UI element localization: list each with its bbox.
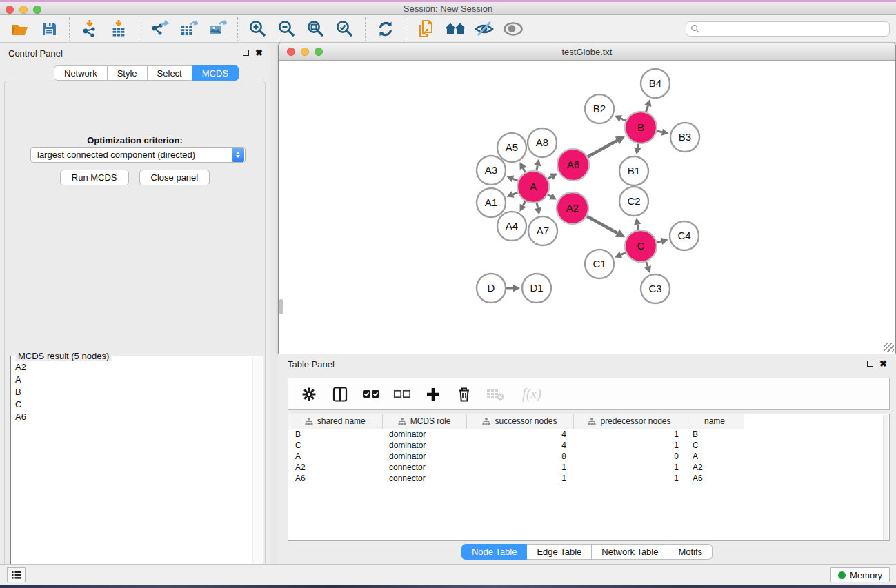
- column-header-successor-nodes[interactable]: successor nodes: [466, 414, 573, 429]
- edge-A-A2[interactable]: [548, 194, 550, 196]
- cell-successor-nodes[interactable]: 4: [466, 429, 573, 440]
- graph-node-B2[interactable]: B2: [585, 94, 614, 123]
- zoom-in-icon[interactable]: [248, 19, 268, 39]
- graph-node-A[interactable]: A: [517, 171, 549, 203]
- tab-select[interactable]: Select: [148, 65, 192, 81]
- graph-node-B3[interactable]: B3: [670, 123, 699, 152]
- node-table-grid[interactable]: shared nameMCDS rolesuccessor nodesprede…: [288, 414, 889, 484]
- select-all-icon[interactable]: [361, 385, 381, 404]
- graph-node-C2[interactable]: C2: [619, 187, 648, 216]
- graph-node-A6[interactable]: A6: [557, 149, 589, 181]
- column-header-MCDS-role[interactable]: MCDS role: [382, 414, 466, 429]
- network-canvas[interactable]: B4B2BB3A8A5A6A3B1AA1C2A2A4A7C4CC1C3DD1: [279, 61, 895, 354]
- graph-node-B4[interactable]: B4: [641, 69, 670, 98]
- cell-predecessor-nodes[interactable]: 1: [573, 429, 686, 440]
- criterion-dropdown[interactable]: largest connected component (directed): [30, 147, 246, 163]
- cell-predecessor-nodes[interactable]: 1: [573, 462, 686, 473]
- cell-MCDS-role[interactable]: connector: [382, 462, 466, 473]
- edge-C-C1[interactable]: [621, 253, 626, 255]
- result-item[interactable]: A6: [11, 410, 252, 423]
- search-input[interactable]: [700, 23, 889, 35]
- cell-name[interactable]: A6: [686, 473, 744, 484]
- edge-A-A4[interactable]: [523, 201, 525, 205]
- cell-name[interactable]: A2: [686, 462, 744, 473]
- graph-node-C[interactable]: C: [625, 230, 657, 262]
- table-row[interactable]: Cdominator41C: [288, 440, 889, 451]
- memory-button[interactable]: Memory: [830, 567, 890, 582]
- clone-network-icon[interactable]: [416, 19, 437, 39]
- graph-node-D[interactable]: D: [477, 274, 506, 303]
- result-item[interactable]: C: [11, 398, 252, 410]
- cell-shared-name[interactable]: C: [288, 440, 382, 451]
- delete-column-icon[interactable]: [455, 385, 474, 404]
- cell-successor-nodes[interactable]: 4: [466, 440, 573, 451]
- graph-node-B1[interactable]: B1: [619, 156, 648, 185]
- graph-node-C1[interactable]: C1: [585, 250, 614, 278]
- column-chooser-icon[interactable]: [330, 385, 350, 404]
- cell-name[interactable]: A: [686, 451, 744, 462]
- column-header-predecessor-nodes[interactable]: predecessor nodes: [573, 414, 686, 429]
- cell-MCDS-role[interactable]: connector: [382, 473, 466, 484]
- task-history-button[interactable]: [7, 567, 26, 582]
- tab-network-table[interactable]: Network Table: [592, 544, 668, 560]
- graph-node-A4[interactable]: A4: [497, 212, 526, 241]
- graph-node-A3[interactable]: A3: [477, 156, 506, 185]
- add-column-icon[interactable]: [424, 385, 443, 404]
- cell-shared-name[interactable]: A2: [288, 462, 382, 473]
- cell-predecessor-nodes[interactable]: 0: [573, 451, 686, 462]
- open-session-icon[interactable]: [10, 19, 30, 39]
- edge-C-C2[interactable]: [637, 225, 638, 230]
- network-resize-grip[interactable]: [884, 343, 894, 352]
- graph-node-C4[interactable]: C4: [670, 221, 699, 250]
- export-table-icon[interactable]: [178, 19, 199, 39]
- tab-motifs[interactable]: Motifs: [668, 544, 713, 560]
- tab-edge-table[interactable]: Edge Table: [527, 544, 592, 560]
- graph-node-C3[interactable]: C3: [641, 274, 670, 303]
- import-table-icon[interactable]: [108, 19, 129, 39]
- cell-successor-nodes[interactable]: 8: [466, 451, 573, 462]
- table-scrollbar[interactable]: [883, 415, 888, 540]
- tab-mcds[interactable]: MCDS: [192, 65, 239, 81]
- table-float-panel-icon[interactable]: [867, 361, 873, 367]
- tab-node-table[interactable]: Node Table: [461, 544, 528, 560]
- tab-style[interactable]: Style: [108, 65, 148, 81]
- cell-shared-name[interactable]: A6: [288, 473, 382, 484]
- graph-node-A5[interactable]: A5: [497, 133, 526, 162]
- cell-MCDS-role[interactable]: dominator: [382, 440, 466, 451]
- graph-node-A2[interactable]: A2: [557, 192, 588, 224]
- edge-A2-C[interactable]: [587, 216, 617, 233]
- graph-node-A1[interactable]: A1: [477, 188, 506, 217]
- edge-C-C4[interactable]: [657, 241, 661, 243]
- zoom-out-icon[interactable]: [277, 19, 297, 39]
- edge-A6-B[interactable]: [588, 141, 617, 157]
- edge-A-A7[interactable]: [537, 203, 538, 207]
- edge-C-C3[interactable]: [646, 262, 648, 267]
- graph-node-D1[interactable]: D1: [522, 274, 551, 303]
- table-row[interactable]: A2connector11A2: [288, 462, 889, 473]
- edge-A-A1[interactable]: [513, 192, 518, 194]
- edge-B-B4[interactable]: [646, 105, 648, 112]
- graph-node-A8[interactable]: A8: [528, 128, 557, 157]
- column-header-name[interactable]: name: [686, 414, 744, 429]
- cell-name[interactable]: C: [686, 440, 744, 451]
- zoom-fit-icon[interactable]: [306, 19, 326, 39]
- save-session-icon[interactable]: [39, 19, 59, 39]
- cell-predecessor-nodes[interactable]: 1: [573, 440, 686, 451]
- result-scrollbar[interactable]: [252, 357, 262, 588]
- cell-shared-name[interactable]: A: [288, 451, 382, 462]
- result-item[interactable]: A2: [11, 361, 252, 373]
- first-neighbors-icon[interactable]: [445, 19, 466, 39]
- cell-successor-nodes[interactable]: 1: [466, 462, 573, 473]
- cell-name[interactable]: B: [686, 429, 744, 440]
- table-row[interactable]: Adominator80A: [288, 451, 889, 462]
- graph-node-A7[interactable]: A7: [528, 216, 557, 245]
- search-field[interactable]: [686, 21, 890, 37]
- table-close-panel-icon[interactable]: ✖: [879, 360, 887, 367]
- float-panel-icon[interactable]: [243, 50, 249, 56]
- edge-B-B1[interactable]: [637, 144, 638, 148]
- result-item[interactable]: B: [11, 385, 252, 398]
- edge-A-A8[interactable]: [537, 165, 537, 170]
- table-row[interactable]: Bdominator41B: [288, 429, 889, 440]
- settings-gear-icon[interactable]: [299, 385, 319, 404]
- import-network-icon[interactable]: [79, 19, 100, 39]
